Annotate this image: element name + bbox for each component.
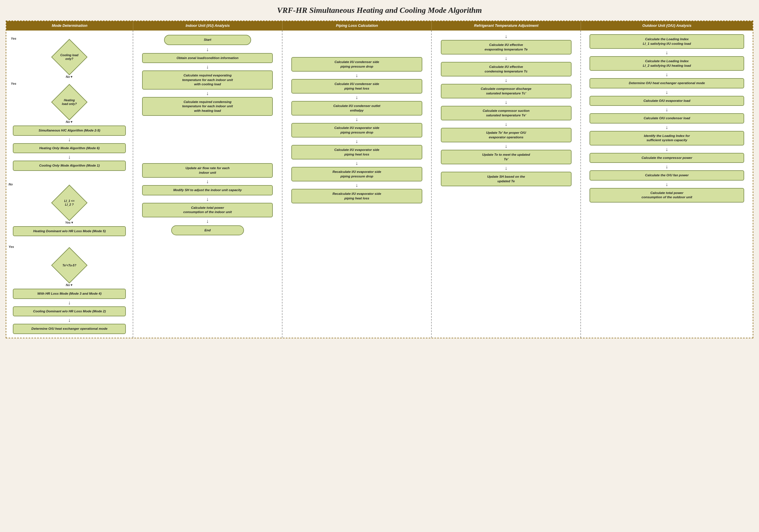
evap-piping-heat-loss-box: Calculate I/U evaporator sidepiping heat… (291, 145, 422, 160)
te-to5-diamond: Te'<To-5? (51, 247, 88, 283)
calc-cond-temp-box: Calculate required condensingtemperature… (142, 97, 273, 116)
arrow-col3-2: ↓ (355, 95, 358, 100)
no-label-3: No (9, 182, 13, 186)
arrow-col3-3: ↓ (355, 117, 358, 122)
diagram-container: Mode Determination Indoor Unit (I/U) Ana… (6, 20, 753, 338)
arrow-col2-2: ↓ (206, 64, 209, 69)
col-ou-analysis: Calculate the Loading IndexLI_1 satisfyi… (581, 30, 753, 338)
compressor-power-box: Calculate the compressor power (589, 153, 744, 163)
effective-cond-temp-box: Calculate I/U effectivecondensing temper… (441, 62, 572, 76)
yes-label-1: Yes (11, 37, 16, 40)
col-iu-analysis: Start ↓ Obtain zonal load/condition info… (133, 30, 283, 338)
total-power-outdoor-box: Calculate total powerconsumption of the … (589, 188, 744, 203)
arrow-col4-5: ↓ (505, 143, 507, 149)
col-header-2: Indoor Unit (I/U) Analysis (133, 21, 283, 30)
no-label-2: No▼ (66, 120, 73, 124)
arrow-col2-5: ↓ (206, 197, 209, 202)
determine-ou-hx-mode-box: Determine O/U heat exchanger operational… (589, 78, 744, 89)
calc-evap-temp-box: Calculate required evaporatingtemperatur… (142, 70, 273, 90)
arrow-col5-5: ↓ (666, 125, 668, 130)
update-te-prime-box: Update Te' for proper O/Uevaporator oper… (441, 128, 572, 142)
cooling-load-diamond-wrapper: Cooling load only? (57, 41, 82, 73)
arrow-1: ↓ (68, 137, 71, 142)
update-te-box: Update Te to meet the updatedTe' (441, 150, 572, 164)
arrow-col5-6: ↓ (666, 147, 668, 152)
compressor-suction-box: Calculate compressor suctionsaturated te… (441, 106, 572, 120)
yes-label-3: Yes▼ (65, 221, 74, 224)
heating-load-label: Heatingload only? (58, 98, 81, 105)
cond-piping-pressure-drop-box: Calculate I/U condenser sidepiping press… (291, 57, 422, 72)
ou-fan-power-box: Calculate the O/U fan power (589, 170, 744, 180)
arrow-col4-6: ↓ (505, 166, 507, 171)
arrow-col4-4: ↓ (505, 122, 507, 127)
cooling-dominant-box: Cooling Dominant w/o HR Loss Mode (Mode … (13, 306, 126, 317)
arrow-col4-2: ↓ (505, 78, 507, 83)
determine-ou-box: Determine O/U heat exchanger operational… (13, 324, 126, 334)
cooling-only-box: Cooling Only Mode Algorithm (Mode 1) (13, 161, 126, 171)
arrow-col4-top: ↓ (505, 34, 507, 39)
heating-load-diamond: Heatingload only? (51, 84, 88, 120)
with-hr-loss-box: With HR Loss Mode (Mode 3 and Mode 4) (13, 289, 126, 299)
calc-power-indoor-box: Calculate total powerconsumption of the … (142, 203, 273, 217)
page-title: VRF-HR Simultaneous Heating and Cooling … (6, 6, 753, 15)
cond-piping-heat-loss-box: Calculate I/U condenser sidepiping heat … (291, 79, 422, 94)
arrow-col5-1: ↓ (666, 50, 668, 55)
li-compare-diamond-wrapper: LI_1 <=LI_2 ? (57, 187, 82, 218)
arrow-col5-2: ↓ (666, 72, 668, 77)
arrow-col5-3: ↓ (666, 90, 668, 95)
arrow-col2-3: ↓ (206, 91, 209, 96)
col-header-1: Mode Determination (6, 21, 133, 30)
col-header-3: Piping Loss Calculation (283, 21, 432, 30)
arrow-col4-3: ↓ (505, 99, 507, 105)
te-to5-diamond-wrapper: Te'<To-5? (57, 249, 82, 281)
heating-load-diamond-wrapper: Heatingload only? (57, 87, 82, 118)
end-box: End (171, 225, 244, 236)
yes-label-4: Yes (9, 245, 14, 248)
loading-index-li2-box: Calculate the Loading IndexLI_2 satisfyi… (589, 56, 744, 71)
effective-evap-temp-box: Calculate I/U effectiveevaporating tempe… (441, 40, 572, 55)
identify-loading-index-box: Identify the Loading Index forsufficient… (589, 131, 744, 145)
cooling-load-diamond: Cooling load only? (51, 39, 88, 75)
arrow-col3-5: ↓ (355, 161, 358, 166)
arrow-col3-1: ↓ (355, 73, 358, 78)
start-box: Start (164, 35, 251, 45)
col-header-5: Outdoor Unit (O/U) Analysis (581, 21, 753, 30)
arrow-col2-6: ↓ (206, 218, 209, 224)
col-refrigerant-temp: ↓ Calculate I/U effectiveevaporating tem… (432, 30, 581, 338)
recalc-evap-pressure-box: Recalculate I/U evaporator sidepiping pr… (291, 167, 422, 181)
recalc-evap-heat-loss-box: Recalculate I/U evaporator sidepiping he… (291, 189, 422, 204)
update-airflow-box: Update air flow rate for eachindoor unit (142, 163, 273, 178)
arrow-2: ↓ (68, 154, 71, 160)
ou-evap-load-box: Calculate O/U evaporator load (589, 96, 744, 106)
arrow-col5-8: ↓ (666, 182, 668, 187)
col-header-4: Refrigerant Temperature Adjustment (432, 21, 581, 30)
update-sh-box: Update SH based on theupdated Te (441, 172, 572, 186)
arrow-col5-7: ↓ (666, 164, 668, 169)
li-compare-diamond: LI_1 <=LI_2 ? (51, 185, 88, 221)
ou-cond-load-box: Calculate O/U condenser load (589, 113, 744, 124)
col-piping-loss: Calculate I/U condenser sidepiping press… (283, 30, 432, 338)
no-label-1: No▼ (66, 75, 73, 78)
loading-index-li1-box: Calculate the Loading IndexLI_1 satisfyi… (589, 34, 744, 49)
modify-sh-box: Modify SH to adjust the indoor unit capa… (142, 185, 273, 195)
arrow-col3-6: ↓ (355, 182, 358, 188)
no-label-4: No▼ (66, 283, 73, 287)
evap-piping-pressure-drop-box: Calculate I/U evaporator sidepiping pres… (291, 123, 422, 137)
arrow-col5-4: ↓ (666, 107, 668, 112)
cooling-load-label: Cooling load only? (58, 53, 81, 60)
simultaneous-hc-box: Simultaneous H/C Algorithm (Mode 2-5) (13, 126, 126, 136)
cond-outlet-enthalpy-box: Calculate I/U condenser outletenthalpy (291, 101, 422, 116)
arrow-col4-1: ↓ (505, 56, 507, 61)
te-to5-label: Te'<To-5? (58, 264, 81, 267)
arrow-col3-4: ↓ (355, 139, 358, 144)
li-compare-label: LI_1 <=LI_2 ? (58, 199, 81, 206)
column-headers: Mode Determination Indoor Unit (I/U) Ana… (6, 21, 753, 30)
heating-only-box: Heating Only Mode Algorithm (Mode 6) (13, 143, 126, 153)
arrow-3: ↓ (68, 300, 71, 305)
arrow-4: ↓ (68, 318, 71, 323)
obtain-zonal-box: Obtain zonal load/condition information (142, 53, 273, 63)
arrow-col2-1: ↓ (206, 47, 209, 52)
compressor-discharge-box: Calculate compressor dischargesaturated … (441, 84, 572, 98)
col-mode-determination: Yes Cooling load only? No▼ Yes He (6, 30, 133, 338)
heating-dominant-box: Heating Dominant w/o HR Loss Mode (Mode … (13, 226, 126, 237)
